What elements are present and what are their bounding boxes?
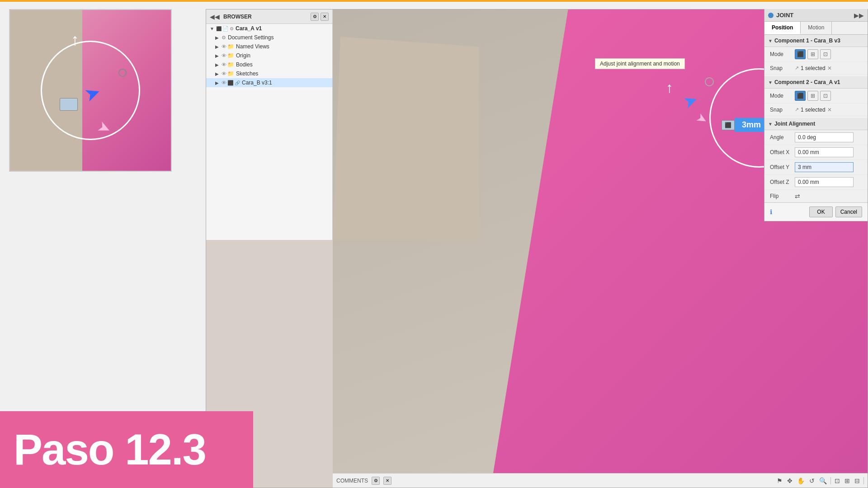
joint-icon-preview <box>60 98 78 111</box>
mode-btn-c2-1[interactable]: ⬛ <box>795 91 806 101</box>
angle-input[interactable] <box>795 132 854 142</box>
tree-arrow-sketches: ▶ <box>215 71 220 76</box>
gray-box <box>333 37 486 240</box>
snap-text-c2: 1 selected <box>801 107 826 113</box>
tree-label-views: Named Views <box>236 43 269 50</box>
snap-clear-c1[interactable]: ✕ <box>827 65 832 71</box>
toolbar-grid2-icon[interactable]: ⊞ <box>844 476 851 485</box>
info-icon[interactable]: ℹ <box>770 208 772 216</box>
mode-btn-c2-2[interactable]: ⊞ <box>807 91 818 101</box>
gear-icon: ⚙ <box>222 35 226 41</box>
top-bar <box>0 0 868 2</box>
tree-icons-origin: 👁 📁 <box>222 52 234 59</box>
snap-field-c2: ↗ 1 selected ✕ <box>795 107 862 113</box>
snap-icon-c1: ↗ <box>795 65 799 71</box>
toolbar-sep-2 <box>863 477 864 484</box>
comments-close-btn[interactable]: ✕ <box>383 477 392 485</box>
folder-icon-bodies: 📁 <box>227 61 234 68</box>
joint-expand-icon[interactable]: ▶▶ <box>854 12 864 19</box>
mode-btns-c1: ⬛ ⊞ ⊡ <box>795 49 862 59</box>
toolbar-display-icon[interactable]: ⊟ <box>854 476 861 485</box>
joint-panel: JOINT ▶▶ Position Motion ▼ Component 1 -… <box>764 9 868 221</box>
mode-btn-c1-3[interactable]: ⊡ <box>820 49 831 59</box>
tree-item-cara-b[interactable]: ▶ 👁 ⬛ 🔗 Cara_B v3:1 <box>206 78 332 87</box>
flip-icon[interactable]: ⇄ <box>795 192 800 200</box>
component-icon: ⬛ <box>227 80 234 86</box>
file-icon: 📄 <box>222 26 229 32</box>
small-circle-preview <box>118 69 127 77</box>
toolbar-icons: ⚑ ✥ ✋ ↺ 🔍 ⊡ ⊞ ⊟ <box>776 476 864 485</box>
snap-label-c2: Snap <box>770 107 795 113</box>
tree-item-bodies[interactable]: ▶ 👁 📁 Bodies <box>206 60 332 69</box>
mode-row-c1: Mode ⬛ ⊞ ⊡ <box>764 47 868 62</box>
offset-z-row: Offset Z <box>764 175 868 190</box>
toolbar-grid-icon[interactable]: ⚑ <box>776 476 783 485</box>
section-arrow-align: ▼ <box>768 122 773 127</box>
section-component1[interactable]: ▼ Component 1 - Cara_B v3 <box>764 35 868 47</box>
section-alignment[interactable]: ▼ Joint Alignment <box>764 118 868 130</box>
toolbar-move-icon[interactable]: ✥ <box>786 476 793 485</box>
toolbar-view-icon[interactable]: ⊡ <box>834 476 841 485</box>
cancel-button[interactable]: Cancel <box>835 206 862 217</box>
offset-x-input[interactable] <box>795 147 854 157</box>
tree-label-cara-a: Cara_A v1 <box>236 25 262 32</box>
tree-arrow-doc: ▶ <box>215 35 220 40</box>
tab-motion[interactable]: Motion <box>801 22 832 34</box>
toolbar-orbit-icon[interactable]: ↺ <box>808 476 816 485</box>
tree-icons-bodies: 👁 📁 <box>222 61 234 68</box>
tree-arrow-cara-b: ▶ <box>215 80 220 85</box>
joint-tabs: Position Motion <box>764 22 868 35</box>
offset-y-input[interactable] <box>795 162 854 172</box>
angle-row: Angle <box>764 130 868 145</box>
toolbar-zoom-icon[interactable]: 🔍 <box>818 476 828 485</box>
toolbar-pan-icon[interactable]: ✋ <box>796 476 806 485</box>
mode-btn-c1-1[interactable]: ⬛ <box>795 49 806 59</box>
mode-btn-c1-2[interactable]: ⊞ <box>807 49 818 59</box>
alignment-label: Joint Alignment <box>774 121 815 127</box>
tree-arrow-origin: ▶ <box>215 53 220 58</box>
action-row: ℹ OK Cancel <box>764 202 868 221</box>
tree-item-cara-a[interactable]: ▼ ⬛ 📄 ⚙ Cara_A v1 <box>206 24 332 33</box>
component1-label: Component 1 - Cara_B v3 <box>774 38 840 44</box>
tooltip-box: Adjust joint alignment and motion <box>595 58 685 69</box>
flip-label: Flip <box>770 193 795 199</box>
offset-z-label: Offset Z <box>770 179 795 185</box>
browser-header: ◀◀ BROWSER ⚙ ✕ <box>206 9 332 24</box>
tab-position[interactable]: Position <box>764 22 801 34</box>
offset-x-row: Offset X <box>764 145 868 160</box>
mode-btn-c2-3[interactable]: ⊡ <box>820 91 831 101</box>
tree-item-origin[interactable]: ▶ 👁 📁 Origin <box>206 51 332 60</box>
tree-item-doc-settings[interactable]: ▶ ⚙ Document Settings <box>206 33 332 42</box>
browser-panel: ◀◀ BROWSER ⚙ ✕ ▼ ⬛ 📄 ⚙ Cara_A v1 ▶ ⚙ Doc… <box>206 9 333 240</box>
arrow-up-icon: ↑ <box>71 30 79 49</box>
mode-label-c2: Mode <box>770 93 795 99</box>
tree-item-named-views[interactable]: ▶ 👁 📁 Named Views <box>206 42 332 51</box>
eye-icon-bodies: 👁 <box>222 62 226 67</box>
mode-btns-c2: ⬛ ⊞ ⊡ <box>795 91 862 101</box>
ok-button[interactable]: OK <box>809 206 832 217</box>
comments-settings-btn[interactable]: ⚙ <box>372 477 380 485</box>
tree-item-sketches[interactable]: ▶ 👁 📁 Sketches <box>206 69 332 78</box>
offset-z-input[interactable] <box>795 177 854 187</box>
browser-collapse-icon[interactable]: ◀◀ <box>210 13 220 20</box>
step-text: Paso 12.3 <box>14 425 206 474</box>
browser-controls: ⚙ ✕ <box>311 13 329 21</box>
folder-icon-origin: 📁 <box>227 52 234 59</box>
step-label: Paso 12.3 <box>0 411 253 488</box>
tree-icons-doc: ⚙ <box>222 35 226 41</box>
comments-label: COMMENTS <box>336 478 368 484</box>
offset-y-row: Offset Y <box>764 160 868 175</box>
tree-arrow-bodies: ▶ <box>215 62 220 67</box>
browser-close-btn[interactable]: ✕ <box>321 13 329 21</box>
mode-row-c2: Mode ⬛ ⊞ ⊡ <box>764 89 868 103</box>
tree-icons-cara-b: 👁 ⬛ 🔗 <box>222 80 240 86</box>
joint-indicator <box>768 13 774 18</box>
snap-clear-c2[interactable]: ✕ <box>827 107 832 113</box>
comments-section: COMMENTS ⚙ ✕ <box>336 477 392 485</box>
tree-icons-sketches: 👁 📁 <box>222 70 234 77</box>
snap-text-c1: 1 selected <box>801 65 826 71</box>
section-component2[interactable]: ▼ Component 2 - Cara_A v1 <box>764 76 868 89</box>
joint-panel-header: JOINT ▶▶ <box>764 9 868 22</box>
browser-settings-btn[interactable]: ⚙ <box>311 13 319 21</box>
flip-row: Flip ⇄ <box>764 190 868 202</box>
